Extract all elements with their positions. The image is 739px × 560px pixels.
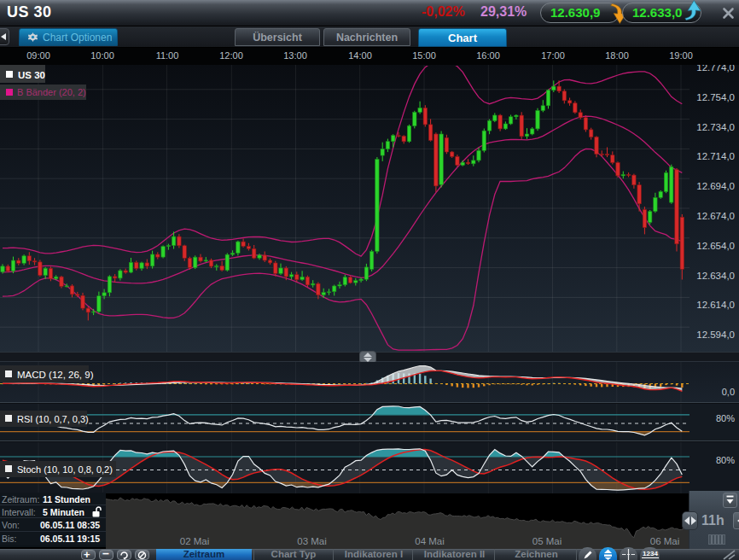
svg-text:12.674,0: 12.674,0 bbox=[696, 211, 735, 221]
svg-text:12.594,0: 12.594,0 bbox=[696, 330, 735, 340]
svg-text:80%: 80% bbox=[716, 455, 735, 465]
svg-text:0,0: 0,0 bbox=[722, 387, 735, 397]
svg-text:03 Mai: 03 Mai bbox=[297, 536, 327, 546]
svg-text:12.634,0: 12.634,0 bbox=[696, 271, 735, 281]
svg-text:12.774,0: 12.774,0 bbox=[696, 65, 735, 73]
svg-text:05 Mai: 05 Mai bbox=[532, 536, 562, 546]
svg-text:12.694,0: 12.694,0 bbox=[696, 181, 735, 191]
svg-text:Stoch (10, 10, 0,8, 0,2): Stoch (10, 10, 0,8, 0,2) bbox=[17, 464, 113, 475]
svg-text:12.714,0: 12.714,0 bbox=[696, 151, 735, 161]
svg-text:12.614,0: 12.614,0 bbox=[696, 300, 735, 310]
svg-text:B Bänder (20, 2): B Bänder (20, 2) bbox=[17, 87, 86, 97]
svg-text:12.734,0: 12.734,0 bbox=[696, 122, 735, 132]
svg-text:US 30: US 30 bbox=[18, 70, 45, 80]
svg-text:02 Mai: 02 Mai bbox=[180, 536, 210, 546]
svg-text:RSI (10, 0,7, 0,3): RSI (10, 0,7, 0,3) bbox=[17, 414, 89, 424]
svg-text:12.654,0: 12.654,0 bbox=[696, 241, 735, 251]
svg-text:80%: 80% bbox=[716, 413, 735, 423]
svg-text:04 Mai: 04 Mai bbox=[415, 536, 445, 546]
svg-text:MACD (12, 26, 9): MACD (12, 26, 9) bbox=[17, 370, 94, 380]
svg-text:12.754,0: 12.754,0 bbox=[696, 92, 735, 102]
svg-text:06 Mai: 06 Mai bbox=[650, 536, 680, 546]
